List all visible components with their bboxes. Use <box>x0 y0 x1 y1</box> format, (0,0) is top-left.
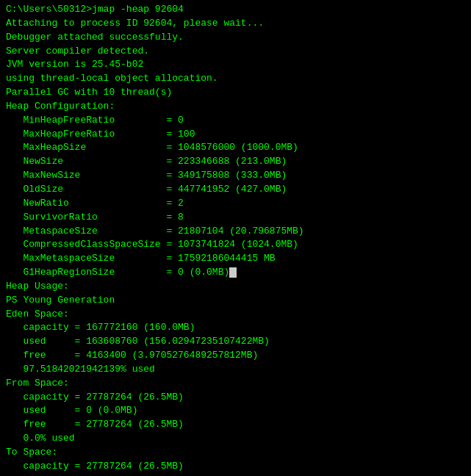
terminal-line-30: From Space: <box>6 377 465 391</box>
terminal-line-36: capacity = 27787264 (26.5MB) <box>6 460 465 474</box>
terminal-line-33: free = 27787264 (26.5MB) <box>6 418 465 432</box>
terminal-line-35: To Space: <box>6 446 465 460</box>
terminal-line-10: MinHeapFreeRatio = 0 <box>6 114 465 128</box>
terminal-line-11: MaxHeapFreeRatio = 100 <box>6 128 465 142</box>
terminal-line-24: PS Young Generation <box>6 294 465 308</box>
terminal-line-3: Server compiler detected. <box>6 45 465 59</box>
terminal-line-13: NewSize = 223346688 (213.0MB) <box>6 155 465 169</box>
terminal-line-9: Heap Configuration: <box>6 100 465 114</box>
terminal-line-6: using thread-local object allocation. <box>6 72 465 86</box>
terminal-line-29: 97.51842021942139% used <box>6 363 465 377</box>
terminal-line-32: used = 0 (0.0MB) <box>6 404 465 418</box>
terminal-line-19: CompressedClassSpaceSize = 1073741824 (1… <box>6 238 465 252</box>
terminal-line-34: 0.0% used <box>6 432 465 446</box>
terminal-line-18: MetaspaceSize = 21807104 (20.796875MB) <box>6 225 465 239</box>
terminal-line-12: MaxHeapSize = 1048576000 (1000.0MB) <box>6 141 465 155</box>
terminal-line-21: G1HeapRegionSize = 0 (0.0MB) <box>6 266 465 280</box>
terminal-line-15: OldSize = 447741952 (427.0MB) <box>6 183 465 197</box>
terminal-line-17: SurvivorRatio = 8 <box>6 211 465 225</box>
terminal-line-1: Attaching to process ID 92604, please wa… <box>6 17 465 31</box>
terminal-line-27: used = 163608760 (156.02947235107422MB) <box>6 335 465 349</box>
terminal-line-16: NewRatio = 2 <box>6 197 465 211</box>
terminal-line-25: Eden Space: <box>6 308 465 322</box>
terminal-line-7: Parallel GC with 10 thread(s) <box>6 86 465 100</box>
terminal-line-28: free = 4163400 (3.9705276489257812MB) <box>6 349 465 363</box>
terminal-line-4: JVM version is 25.45-b02 <box>6 58 465 72</box>
terminal-line-23: Heap Usage: <box>6 280 465 294</box>
terminal-window: C:\Users\50312>jmap -heap 92604 Attachin… <box>0 0 471 476</box>
terminal-line-14: MaxNewSize = 349175808 (333.0MB) <box>6 169 465 183</box>
cursor <box>229 267 237 278</box>
terminal-line-31: capacity = 27787264 (26.5MB) <box>6 391 465 405</box>
terminal-line-0: C:\Users\50312>jmap -heap 92604 <box>6 3 465 17</box>
terminal-line-2: Debugger attached successfully. <box>6 31 465 45</box>
terminal-line-20: MaxMetaspaceSize = 17592186044415 MB <box>6 252 465 266</box>
terminal-line-26: capacity = 167772160 (160.0MB) <box>6 321 465 335</box>
